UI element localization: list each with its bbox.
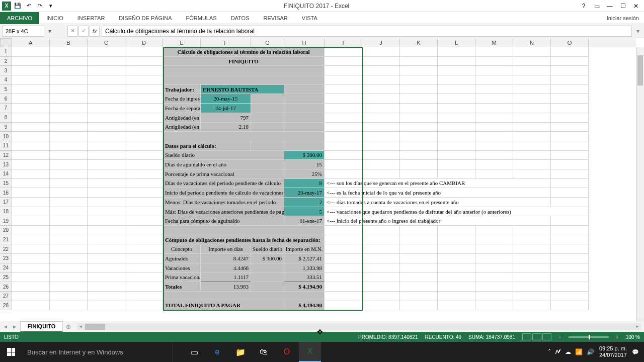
col-header[interactable]: J <box>362 38 400 47</box>
cell[interactable]: $ 2,527.41 <box>284 254 325 263</box>
cell[interactable] <box>551 273 589 283</box>
cell[interactable] <box>400 57 438 66</box>
cell[interactable] <box>362 169 400 179</box>
cell[interactable] <box>125 198 163 207</box>
cell[interactable] <box>551 75 589 85</box>
cell[interactable]: 24-jul-17 <box>201 104 251 113</box>
cell[interactable] <box>88 226 125 235</box>
cell[interactable] <box>362 104 400 113</box>
cell[interactable] <box>251 113 284 123</box>
row-header[interactable]: 22 <box>0 244 12 254</box>
cell[interactable] <box>251 123 284 132</box>
cell[interactable] <box>438 151 475 160</box>
cell[interactable] <box>475 141 513 151</box>
cell[interactable] <box>325 141 362 151</box>
cell[interactable] <box>475 66 513 75</box>
cell[interactable] <box>438 235 475 245</box>
cell[interactable]: <--- inicio del presente año o ingreso d… <box>325 216 551 226</box>
cell[interactable] <box>475 292 513 301</box>
cell[interactable] <box>438 263 475 273</box>
taskbar-search[interactable]: Buscar en Internet y en Windows <box>22 342 173 362</box>
tray-battery-icon[interactable]: 🗲 <box>555 348 561 355</box>
cell[interactable] <box>362 123 400 132</box>
row-header[interactable]: 17 <box>0 198 12 207</box>
cell[interactable] <box>438 226 475 235</box>
cell[interactable] <box>551 226 589 235</box>
cell[interactable] <box>50 132 88 141</box>
row-header[interactable]: 23 <box>0 254 12 263</box>
cell[interactable] <box>475 113 513 123</box>
cell[interactable] <box>88 169 125 179</box>
cell[interactable] <box>513 292 551 301</box>
cell[interactable] <box>163 75 325 85</box>
cell[interactable] <box>284 141 325 151</box>
cell[interactable] <box>513 226 551 235</box>
name-box[interactable]: 28F x 4C <box>2 26 44 37</box>
cell[interactable] <box>50 75 88 85</box>
cell[interactable] <box>88 292 125 301</box>
cell[interactable] <box>400 113 438 123</box>
cell[interactable]: 4.4466 <box>201 263 251 273</box>
cell[interactable] <box>50 47 88 57</box>
row-header[interactable]: 27 <box>0 292 12 301</box>
cell[interactable] <box>400 169 438 179</box>
cell[interactable] <box>125 282 163 292</box>
cell[interactable] <box>400 94 438 104</box>
row-header[interactable]: 10 <box>0 132 12 141</box>
cell[interactable] <box>362 94 400 104</box>
cell[interactable]: Concepto <box>163 244 201 254</box>
tab-formulas[interactable]: FÓRMULAS <box>179 12 224 24</box>
cell[interactable] <box>125 85 163 95</box>
cell[interactable]: Importe en días <box>201 244 251 254</box>
cell[interactable]: Trabajador: <box>163 85 201 95</box>
cell[interactable] <box>251 282 284 292</box>
redo-icon[interactable]: ↷ <box>35 2 44 11</box>
row-header[interactable]: 15 <box>0 179 12 189</box>
cell[interactable] <box>50 226 88 235</box>
cell[interactable] <box>551 57 589 66</box>
cell[interactable]: Vacaciones <box>163 263 201 273</box>
cell[interactable] <box>88 113 125 123</box>
cell[interactable] <box>12 66 50 75</box>
cell[interactable] <box>12 85 50 95</box>
cell[interactable] <box>325 273 362 283</box>
horizontal-scrollbar[interactable] <box>77 323 641 330</box>
cell[interactable] <box>88 85 125 95</box>
cell[interactable]: 20-may-15 <box>201 94 251 104</box>
cell[interactable] <box>513 75 551 85</box>
cell[interactable] <box>475 132 513 141</box>
hscroll-thumb[interactable] <box>85 324 105 330</box>
formula-expand-icon[interactable]: ▾ <box>634 26 642 37</box>
cell[interactable]: Aguinaldo <box>163 254 201 263</box>
cell[interactable] <box>362 235 400 245</box>
cell[interactable] <box>325 244 362 254</box>
cell[interactable]: 2 <box>284 198 325 207</box>
cell[interactable] <box>475 85 513 95</box>
cell[interactable] <box>88 282 125 292</box>
cell[interactable] <box>125 66 163 75</box>
cell[interactable] <box>475 226 513 235</box>
row-header[interactable]: 20 <box>0 226 12 235</box>
cell[interactable] <box>163 292 325 301</box>
row-header[interactable]: 8 <box>0 113 12 123</box>
cell[interactable]: 8 <box>284 179 325 189</box>
cell[interactable] <box>551 94 589 104</box>
cell[interactable] <box>551 198 589 207</box>
cell[interactable] <box>438 160 475 169</box>
cell[interactable] <box>325 282 362 292</box>
cell[interactable]: FINIQUITO <box>163 57 325 66</box>
cell[interactable] <box>125 273 163 283</box>
save-icon[interactable]: 💾 <box>13 2 22 11</box>
cell[interactable]: 13.983 <box>201 282 251 292</box>
cell[interactable] <box>88 47 125 57</box>
cell[interactable] <box>325 113 362 123</box>
minimize-button[interactable]: — <box>604 1 616 11</box>
cell[interactable] <box>125 254 163 263</box>
cell[interactable]: Antigüedad (en años) <box>163 123 201 132</box>
cell[interactable] <box>88 57 125 66</box>
cell[interactable] <box>50 123 88 132</box>
cell[interactable]: 2.18 <box>201 123 251 132</box>
cell[interactable] <box>325 254 362 263</box>
cell[interactable] <box>438 94 475 104</box>
cell[interactable] <box>325 263 362 273</box>
